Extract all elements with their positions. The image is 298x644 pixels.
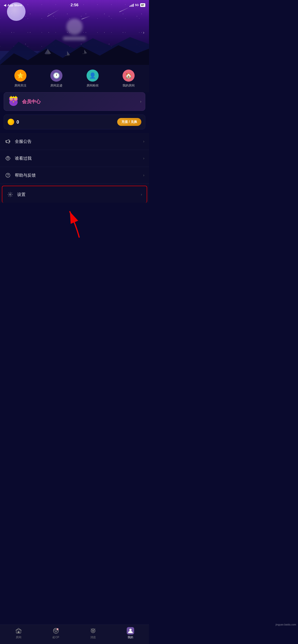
svg-rect-8 xyxy=(82,53,86,54)
svg-point-18 xyxy=(15,98,16,100)
room-trace-icon: 🕐 xyxy=(50,70,63,82)
my-room-icon: 🏠 xyxy=(123,70,135,82)
room-fans-icon: 👤 xyxy=(87,70,99,82)
svg-point-22 xyxy=(7,158,9,159)
menu-announcement-label: 全服公告 xyxy=(15,139,143,144)
member-banner[interactable]: 会员中心 › xyxy=(4,92,145,111)
quick-action-room-follow[interactable]: ⭐ 房间关注 xyxy=(15,70,27,88)
status-indicators: 5G 87 xyxy=(130,3,145,7)
help-chevron-icon: › xyxy=(143,173,144,177)
room-follow-label: 房间关注 xyxy=(15,84,27,88)
svg-point-24 xyxy=(8,176,8,177)
my-room-label: 我的房间 xyxy=(123,84,135,88)
quick-actions-row: ⭐ 房间关注 🕐 房间足迹 👤 房间粉丝 🏠 我的房间 xyxy=(0,65,149,92)
network-type: 5G xyxy=(135,4,139,7)
who-viewed-chevron-icon: › xyxy=(143,156,144,160)
svg-point-25 xyxy=(10,194,11,195)
back-label: App Store xyxy=(8,4,22,7)
menu-item-settings[interactable]: 设置 › xyxy=(2,186,147,203)
recharge-button[interactable]: 充值 / 兑换 xyxy=(117,118,141,126)
menu-item-help[interactable]: 帮助与反馈 › xyxy=(0,167,149,184)
hero-section: ◀ App Store 2:56 5G 87 › xyxy=(0,0,149,65)
quick-action-my-room[interactable]: 🏠 我的房间 xyxy=(123,70,135,88)
menu-help-label: 帮助与反馈 xyxy=(15,172,143,178)
signal-icon xyxy=(130,4,134,7)
battery-level: 87 xyxy=(140,3,145,7)
member-mascot-icon xyxy=(8,96,19,107)
settings-icon xyxy=(7,191,14,198)
menu-who-viewed-label: 谁看过我 xyxy=(15,156,143,161)
red-arrow-annotation xyxy=(0,205,149,242)
back-arrow-icon: ◀ xyxy=(4,4,6,7)
help-icon xyxy=(5,172,11,178)
room-follow-icon: ⭐ xyxy=(15,70,27,82)
coin-amount: 0 xyxy=(17,120,117,125)
quick-action-room-fans[interactable]: 👤 房间粉丝 xyxy=(87,70,99,88)
room-trace-label: 房间足迹 xyxy=(50,84,63,88)
menu-section: 全服公告 › 谁看过我 › xyxy=(0,133,149,203)
svg-point-23 xyxy=(6,173,10,177)
quick-action-room-trace[interactable]: 🕐 房间足迹 xyxy=(50,70,63,88)
settings-chevron-icon: › xyxy=(141,192,142,196)
announcement-chevron-icon: › xyxy=(143,139,144,144)
who-viewed-icon xyxy=(5,155,11,162)
status-bar: ◀ App Store 2:56 5G 87 xyxy=(0,0,149,10)
announcement-icon xyxy=(5,138,11,145)
back-navigation[interactable]: ◀ App Store xyxy=(4,4,22,7)
member-chevron-icon: › xyxy=(140,100,141,104)
svg-rect-21 xyxy=(10,97,18,98)
menu-item-who-viewed[interactable]: 谁看过我 › xyxy=(0,150,149,167)
member-title: 会员中心 xyxy=(22,98,140,105)
shooting-star-1 xyxy=(47,9,60,17)
red-arrow-svg xyxy=(61,205,88,240)
room-fans-label: 房间粉丝 xyxy=(87,84,99,88)
coin-icon xyxy=(8,119,14,125)
svg-point-17 xyxy=(11,98,12,100)
menu-item-announcement[interactable]: 全服公告 › xyxy=(0,133,149,150)
svg-rect-6 xyxy=(65,55,69,56)
menu-settings-label: 设置 xyxy=(17,192,141,197)
svg-rect-3 xyxy=(45,54,50,54)
time-display: 2:56 xyxy=(71,3,79,8)
coins-row: 0 充值 / 兑换 xyxy=(4,114,145,129)
mountain-svg xyxy=(0,28,149,65)
